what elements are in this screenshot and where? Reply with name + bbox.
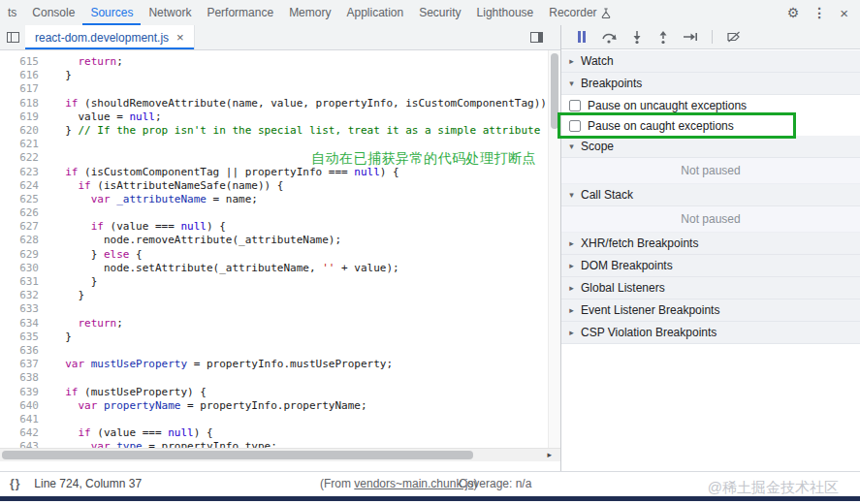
- tab-lighthouse[interactable]: Lighthouse: [469, 0, 542, 25]
- section-label: Call Stack: [581, 188, 633, 202]
- coverage-status: Coverage: n/a: [459, 477, 531, 490]
- line-number-633[interactable]: 633: [0, 302, 39, 316]
- checkbox-pause-on-uncaught-exceptions[interactable]: [569, 100, 581, 111]
- code-line-636: [52, 344, 560, 358]
- section-call-stack[interactable]: ▾Call Stack: [561, 184, 860, 206]
- checkbox-pause-on-caught-exceptions[interactable]: [569, 120, 581, 132]
- section-xhr-fetch-breakpoints[interactable]: ▸XHR/fetch Breakpoints: [561, 233, 860, 255]
- second-row: react-dom.development.js ×: [0, 25, 860, 50]
- vertical-scroll-thumb[interactable]: [551, 53, 558, 129]
- tab-close-icon[interactable]: ×: [176, 30, 184, 45]
- checkbox-row-pause-on-caught-exceptions[interactable]: Pause on caught exceptions: [561, 115, 860, 136]
- tab-application[interactable]: Application: [338, 0, 411, 25]
- checkbox-label: Pause on uncaught exceptions: [588, 99, 747, 112]
- line-number-623[interactable]: 623: [0, 166, 39, 179]
- section-event-listener-breakpoints[interactable]: ▸Event Listener Breakpoints: [561, 299, 860, 322]
- section-label: DOM Breakpoints: [581, 259, 673, 272]
- tab-security[interactable]: Security: [411, 0, 468, 25]
- line-number-643[interactable]: 643: [0, 440, 39, 448]
- step-out-icon[interactable]: [657, 31, 669, 44]
- line-number-638[interactable]: 638: [0, 371, 39, 385]
- line-number-624[interactable]: 624: [0, 179, 39, 193]
- line-number-641[interactable]: 641: [0, 413, 39, 426]
- step-into-icon[interactable]: [631, 31, 643, 44]
- line-number-630[interactable]: 630: [0, 262, 39, 275]
- code-line-630: node.setAttribute(_attributeName, '' + v…: [52, 262, 560, 275]
- tab-ts[interactable]: ts: [0, 0, 24, 25]
- tab-sources[interactable]: Sources: [82, 0, 141, 25]
- source-map-origin: (From vendors~main.chunk.js): [320, 477, 477, 490]
- line-number-632[interactable]: 632: [0, 289, 39, 302]
- code-line-626: [52, 206, 560, 220]
- line-number-622[interactable]: 622: [0, 151, 39, 165]
- line-number-619[interactable]: 619: [0, 110, 39, 124]
- line-number-642[interactable]: 642: [0, 426, 39, 440]
- line-number-gutter[interactable]: 6156166176186196206216226236246256266276…: [0, 55, 39, 448]
- code-line-643: var type = propertyInfo.type;: [52, 440, 560, 448]
- line-number-616[interactable]: 616: [0, 69, 39, 82]
- code-line-641: [52, 413, 560, 426]
- watermark: @稀土掘金技术社区: [708, 479, 839, 497]
- horizontal-scroll-thumb[interactable]: [2, 451, 473, 459]
- editor-vertical-scrollbar[interactable]: [548, 50, 560, 448]
- file-tab-label: react-dom.development.js: [35, 31, 169, 45]
- line-number-635[interactable]: 635: [0, 331, 39, 344]
- tab-label: Application: [346, 0, 403, 25]
- line-number-620[interactable]: 620: [0, 124, 39, 138]
- chevron-right-icon: ▸: [567, 305, 576, 315]
- deactivate-breakpoints-icon[interactable]: [727, 31, 741, 43]
- line-number-625[interactable]: 625: [0, 193, 39, 206]
- editor-horizontal-scrollbar[interactable]: ▸: [0, 448, 560, 461]
- section-csp-violation-breakpoints[interactable]: ▸CSP Violation Breakpoints: [561, 322, 860, 344]
- checkbox-row-pause-on-uncaught-exceptions[interactable]: Pause on uncaught exceptions: [561, 95, 860, 115]
- step-over-icon[interactable]: [601, 31, 617, 44]
- line-number-618[interactable]: 618: [0, 97, 39, 110]
- tab-recorder[interactable]: Recorder: [541, 0, 618, 25]
- code-line-633: [52, 302, 560, 316]
- tab-performance[interactable]: Performance: [199, 0, 281, 25]
- tab-console[interactable]: Console: [24, 0, 82, 25]
- panel-toggle-icon[interactable]: [530, 25, 543, 49]
- scroll-right-arrow-icon[interactable]: ▸: [547, 450, 552, 459]
- tab-label: Memory: [289, 0, 331, 25]
- line-number-629[interactable]: 629: [0, 248, 39, 262]
- section-dom-breakpoints[interactable]: ▸DOM Breakpoints: [561, 255, 860, 277]
- chevron-right-icon: ▸: [567, 56, 576, 66]
- line-number-615[interactable]: 615: [0, 55, 39, 69]
- line-number-631[interactable]: 631: [0, 275, 39, 289]
- pretty-print-icon[interactable]: {}: [10, 477, 20, 490]
- line-number-637[interactable]: 637: [0, 358, 39, 371]
- line-number-617[interactable]: 617: [0, 82, 39, 96]
- line-number-636[interactable]: 636: [0, 344, 39, 358]
- line-number-640[interactable]: 640: [0, 399, 39, 413]
- close-icon[interactable]: ×: [840, 5, 848, 21]
- section-label: Breakpoints: [581, 77, 642, 90]
- more-menu-icon[interactable]: ⋮: [812, 5, 826, 20]
- chunk-link[interactable]: vendors~main.chunk.js: [354, 477, 473, 490]
- chevron-right-icon: ▸: [567, 328, 576, 337]
- section-global-listeners[interactable]: ▸Global Listeners: [561, 277, 860, 299]
- line-number-621[interactable]: 621: [0, 138, 39, 151]
- line-number-628[interactable]: 628: [0, 234, 39, 247]
- section-label: Scope: [581, 140, 614, 153]
- tab-memory[interactable]: Memory: [281, 0, 338, 25]
- file-tab-react-dom[interactable]: react-dom.development.js ×: [25, 25, 195, 49]
- section-label: Watch: [581, 54, 614, 68]
- pause-script-icon[interactable]: [577, 31, 587, 43]
- checkbox-label: Pause on caught exceptions: [588, 119, 734, 133]
- step-icon[interactable]: [684, 31, 697, 43]
- section-watch[interactable]: ▸Watch: [561, 50, 860, 73]
- section-breakpoints[interactable]: ▾Breakpoints: [561, 73, 860, 95]
- code-line-642: if (value === null) {: [52, 426, 560, 440]
- gear-icon[interactable]: ⚙: [787, 5, 800, 20]
- line-number-639[interactable]: 639: [0, 386, 39, 399]
- code-editor[interactable]: 6156166176186196206216226236246256266276…: [0, 50, 560, 448]
- tab-network[interactable]: Network: [141, 0, 199, 25]
- navigator-toggle-icon[interactable]: [0, 25, 25, 49]
- section-scope[interactable]: ▾Scope: [561, 136, 860, 158]
- line-number-634[interactable]: 634: [0, 317, 39, 331]
- code-line-622: 自动在已捕获异常的代码处理打断点: [52, 151, 560, 165]
- line-number-627[interactable]: 627: [0, 220, 39, 234]
- tab-label: Security: [419, 0, 461, 25]
- line-number-626[interactable]: 626: [0, 206, 39, 220]
